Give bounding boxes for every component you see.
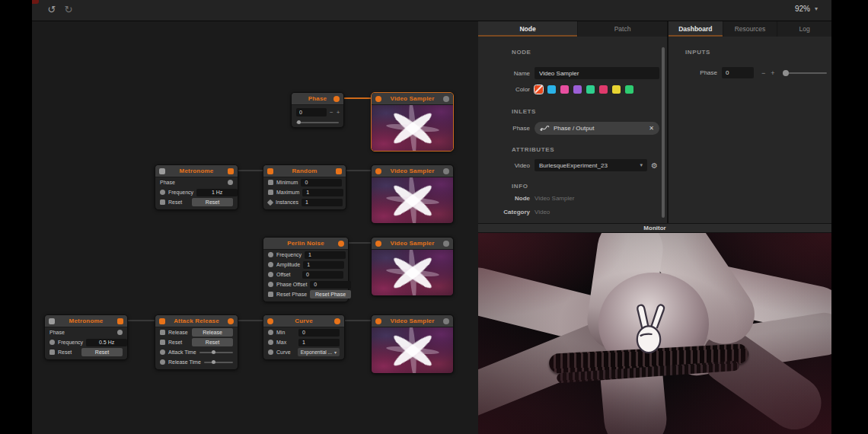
inlet-port[interactable]	[268, 330, 273, 335]
inlet-port[interactable]	[268, 349, 273, 355]
node-video-sampler-4[interactable]: Video Sampler	[371, 314, 454, 374]
release-button[interactable]: Release	[192, 328, 233, 337]
color-swatch-teal[interactable]	[586, 85, 595, 94]
color-swatch-orange[interactable]	[535, 85, 543, 94]
node-video-sampler-1[interactable]: Video Sampler	[371, 92, 454, 152]
outlet-port[interactable]	[228, 168, 234, 174]
inlet-port[interactable]	[268, 340, 273, 345]
inlet-port[interactable]	[159, 168, 165, 174]
node-perlin-noise[interactable]: Perlin Noise Frequency1 Amplitude1 Offse…	[263, 237, 349, 302]
reset-button[interactable]: Reset	[192, 338, 233, 346]
inlet-port[interactable]	[268, 180, 273, 185]
reset-phase-button[interactable]: Reset Phase	[310, 290, 351, 298]
instances-field[interactable]: 1	[302, 199, 343, 206]
node-metronome-2[interactable]: Metronome Phase Frequency0.5 Hz ResetRes…	[44, 314, 128, 360]
wire-metronome1-to-random[interactable]	[235, 170, 266, 171]
inlet-port[interactable]	[375, 241, 381, 247]
frequency-field[interactable]: 1 Hz	[196, 189, 238, 196]
node-video-sampler-3[interactable]: Video Sampler	[371, 237, 454, 296]
node-graph-canvas[interactable]: Phase − + Video Sampler	[32, 21, 478, 434]
inlet-port[interactable]	[267, 199, 273, 205]
node-header[interactable]: Curve	[263, 315, 344, 327]
outlet-port[interactable]	[228, 180, 233, 185]
node-header[interactable]: Video Sampler	[372, 93, 453, 105]
outlet-port[interactable]	[338, 241, 344, 247]
phase-value-field[interactable]	[296, 108, 327, 116]
color-swatch-purple[interactable]	[573, 85, 582, 94]
max-field[interactable]: 1	[298, 339, 340, 346]
node-random[interactable]: Random Minimum0 Maximum1 Instances1	[263, 164, 346, 210]
amplitude-field[interactable]: 1	[303, 261, 344, 269]
inlet-port[interactable]	[375, 96, 381, 102]
inlet-port[interactable]	[268, 272, 273, 277]
wire-metronome2-to-attackrelease[interactable]	[125, 320, 158, 321]
frequency-field[interactable]: 1	[305, 251, 346, 259]
panel-scrollbar[interactable]	[662, 47, 665, 218]
node-video-sampler-2[interactable]: Video Sampler	[371, 164, 454, 224]
wire-perlin-to-videosampler3[interactable]	[346, 242, 374, 244]
outlet-port[interactable]	[117, 330, 123, 335]
increment-button[interactable]: +	[337, 110, 340, 116]
tab-log[interactable]: Log	[777, 21, 831, 37]
tab-dashboard[interactable]: Dashboard	[669, 21, 723, 37]
node-header[interactable]: Metronome	[155, 165, 238, 177]
wire-phase-to-videosampler1[interactable]	[341, 97, 373, 99]
inlet-port[interactable]	[267, 318, 273, 324]
gear-icon[interactable]: ⚙	[651, 161, 658, 170]
release-time-slider[interactable]	[204, 359, 233, 365]
inlet-port[interactable]	[268, 262, 273, 267]
phase-offset-field[interactable]: 0	[310, 281, 351, 289]
inlet-port[interactable]	[268, 282, 273, 287]
node-curve[interactable]: Curve Min0 Max1 Curve Exponential ...▾	[263, 314, 345, 360]
disconnect-icon[interactable]: ✕	[649, 125, 654, 132]
node-header[interactable]: Perlin Noise	[263, 238, 348, 250]
outlet-port[interactable]	[333, 96, 340, 102]
inlet-port[interactable]	[268, 292, 273, 297]
slider-knob[interactable]	[297, 120, 301, 124]
inlet-port[interactable]	[160, 340, 165, 345]
wire-attackrelease-to-curve[interactable]	[235, 320, 266, 321]
reset-button[interactable]: Reset	[81, 348, 123, 356]
offset-field[interactable]: 0	[302, 271, 343, 279]
maximum-field[interactable]: 1	[302, 189, 343, 196]
phase-slider[interactable]	[296, 120, 339, 125]
tab-resources[interactable]: Resources	[723, 21, 777, 37]
inlet-port[interactable]	[160, 190, 165, 195]
outlet-port[interactable]	[443, 318, 449, 324]
inlet-port[interactable]	[268, 190, 273, 195]
inlet-port[interactable]	[268, 252, 273, 257]
attack-time-slider[interactable]	[199, 349, 233, 355]
outlet-port[interactable]	[117, 318, 123, 324]
outlet-port[interactable]	[443, 168, 449, 174]
outlet-port[interactable]	[334, 318, 340, 324]
slider-knob[interactable]	[212, 350, 215, 354]
wire-random-to-videosampler2[interactable]	[343, 170, 374, 171]
zoom-level-dropdown[interactable]: 92% ▾	[795, 5, 818, 13]
node-metronome-1[interactable]: Metronome Phase Frequency1 Hz ResetReset	[155, 164, 238, 210]
inlet-port[interactable]	[49, 318, 55, 324]
slider-knob[interactable]	[212, 360, 215, 364]
minimum-field[interactable]: 0	[301, 179, 342, 187]
node-header[interactable]: Metronome	[45, 315, 127, 327]
node-name-input[interactable]	[535, 67, 659, 79]
phase-inlet-connection[interactable]: Phase / Output ✕	[535, 122, 659, 135]
color-swatch-crimson[interactable]	[599, 85, 608, 94]
node-attack-release[interactable]: Attack Release ReleaseRelease ResetReset…	[155, 314, 238, 370]
node-header[interactable]: Random	[263, 165, 346, 177]
inlet-port[interactable]	[267, 168, 273, 174]
monitor-header[interactable]: Monitor	[478, 223, 831, 233]
dashboard-phase-slider[interactable]	[783, 70, 827, 76]
tab-node[interactable]: Node	[478, 21, 577, 37]
reset-button[interactable]: Reset	[192, 198, 233, 206]
outlet-port[interactable]	[443, 96, 449, 102]
redo-icon[interactable]: ↻	[62, 4, 75, 16]
inlet-port[interactable]	[160, 199, 165, 205]
slider-knob[interactable]	[783, 70, 789, 76]
outlet-port[interactable]	[443, 241, 449, 247]
min-field[interactable]: 0	[298, 329, 340, 337]
inlet-port[interactable]	[160, 359, 165, 365]
node-header[interactable]: Video Sampler	[372, 238, 453, 250]
frequency-field[interactable]: 0.5 Hz	[86, 339, 127, 346]
inlet-port[interactable]	[49, 349, 55, 355]
node-header[interactable]: Video Sampler	[372, 315, 453, 327]
